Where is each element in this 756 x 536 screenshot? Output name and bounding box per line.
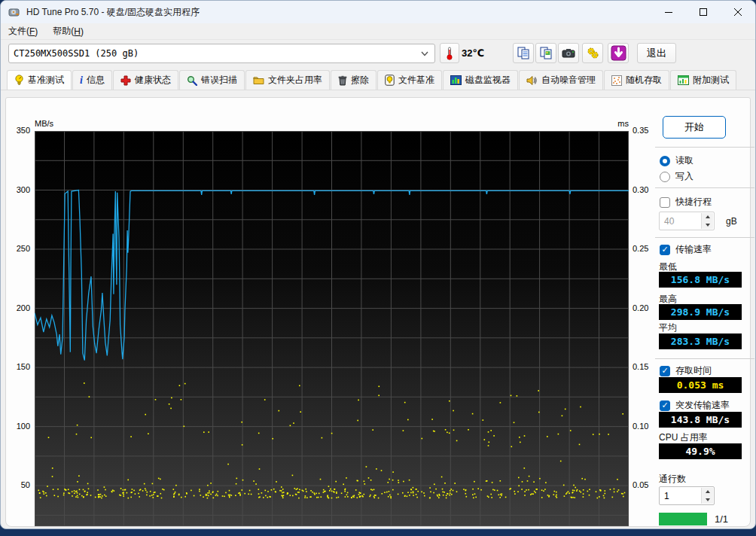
short-stroke-checkbox[interactable]: 快捷行程 — [660, 196, 712, 209]
gears-icon — [587, 47, 599, 59]
left-axis-tick: 300 — [8, 185, 30, 194]
benchmark-chart — [35, 131, 629, 526]
app-window: HD Tune Pro 5.70 - 硬盘/固态硬盘实用程序 文件(F) 帮助(… — [0, 0, 756, 529]
progress-text: 1/1 — [715, 513, 728, 525]
window-title: HD Tune Pro 5.70 - 硬盘/固态硬盘实用程序 — [26, 6, 200, 19]
aam-speaker-icon — [526, 75, 538, 86]
avg-label: 平均 — [659, 321, 677, 334]
pass-count-up-button[interactable] — [701, 488, 713, 496]
tab-folder-usage[interactable]: 文件夹占用率 — [245, 70, 330, 90]
chevron-down-icon — [421, 51, 428, 56]
title-bar: HD Tune Pro 5.70 - 硬盘/固态硬盘实用程序 — [1, 1, 755, 23]
app-icon — [8, 6, 20, 18]
thermometer-icon — [445, 47, 454, 60]
read-radio[interactable]: 读取 — [660, 154, 694, 167]
right-axis-tick: 0.15 — [633, 362, 655, 371]
download-button[interactable] — [608, 43, 629, 63]
right-axis-tick: 0.35 — [633, 126, 655, 135]
short-stroke-checkbox-box[interactable] — [660, 197, 670, 208]
progress-bar — [659, 513, 707, 525]
tab-file-benchmark[interactable]: 文件基准 — [377, 70, 442, 90]
right-axis-tick: 0.05 — [633, 480, 655, 489]
temperature-button[interactable] — [440, 43, 459, 63]
tab-erase[interactable]: 擦除 — [331, 70, 376, 90]
transfer-rate-checkbox-box[interactable]: ✓ — [660, 245, 670, 255]
screenshot-button[interactable] — [558, 43, 579, 63]
cpu-usage-display: 49.9% — [659, 443, 742, 459]
health-icon — [120, 75, 131, 86]
left-axis-unit: MB/s — [35, 119, 53, 128]
screenshot-icon — [562, 47, 575, 59]
benchmark-icon — [14, 75, 24, 86]
disk-monitor-icon — [450, 75, 462, 85]
pass-count-label: 通行数 — [659, 473, 686, 486]
tab-strip: 基准测试 i 信息 健康状态 错误扫描 — [1, 70, 755, 90]
error-scan-icon — [187, 75, 197, 86]
start-button[interactable]: 开始 — [663, 116, 726, 139]
file-benchmark-icon — [385, 75, 395, 86]
right-axis-unit: ms — [606, 119, 629, 128]
random-access-icon — [611, 75, 622, 86]
capacity-unit-label: gB — [726, 216, 737, 227]
left-axis-tick: 200 — [8, 303, 30, 312]
capacity-spinner[interactable]: 40 — [659, 212, 715, 230]
access-time-display: 0.053 ms — [659, 377, 742, 393]
capacity-up-button[interactable] — [701, 213, 713, 221]
folder-usage-icon — [253, 75, 264, 85]
right-axis-tick: 0.10 — [633, 422, 655, 431]
burst-rate-checkbox-box[interactable]: ✓ — [660, 400, 670, 411]
burst-rate-checkbox[interactable]: ✓ 突发传输速率 — [660, 399, 730, 412]
pass-count-down-button[interactable] — [701, 496, 713, 504]
benchmark-panel: MB/s ms 35030025020015010050 0.350.300.2… — [5, 97, 751, 527]
left-axis-tick: 350 — [8, 126, 30, 135]
right-axis-tick: 0.25 — [633, 244, 655, 253]
tab-error-scan[interactable]: 错误扫描 — [179, 70, 245, 90]
capacity-down-button[interactable] — [701, 221, 713, 230]
left-axis-tick: 100 — [8, 422, 30, 431]
right-axis-tick: 0.20 — [633, 303, 655, 312]
write-radio-circle[interactable] — [660, 172, 670, 182]
options-button[interactable] — [582, 43, 603, 63]
menu-bar: 文件(F) 帮助(H) — [1, 23, 755, 40]
access-time-checkbox-box[interactable]: ✓ — [660, 366, 670, 376]
tab-extra-tests[interactable]: 附加测试 — [670, 70, 736, 90]
avg-value-display: 283.3 MB/s — [659, 333, 742, 349]
info-icon: i — [80, 75, 83, 86]
tab-random-access[interactable]: 随机存取 — [604, 70, 669, 90]
right-axis-tick: 0.30 — [633, 185, 655, 194]
exit-button-label: 退出 — [647, 47, 666, 60]
exit-button[interactable]: 退出 — [637, 43, 676, 63]
minimize-button[interactable] — [651, 1, 686, 23]
cpu-usage-label: CPU 占用率 — [659, 431, 708, 444]
extra-tests-icon — [678, 75, 689, 85]
write-radio[interactable]: 写入 — [660, 170, 694, 183]
copy-icon — [517, 47, 530, 59]
read-radio-circle[interactable] — [660, 156, 670, 166]
temperature-value: 32℃ — [462, 47, 484, 59]
transfer-rate-checkbox[interactable]: ✓ 传输速率 — [660, 243, 712, 256]
pass-count-spinner[interactable]: 1 — [659, 486, 715, 505]
max-value-display: 298.9 MB/s — [659, 304, 742, 320]
download-icon — [611, 45, 626, 61]
menu-file[interactable]: 文件(F) — [1, 23, 45, 39]
close-button[interactable] — [721, 1, 755, 23]
drive-select[interactable]: CT250MX500SSD1 (250 gB) — [8, 44, 435, 63]
copy-image-icon — [540, 47, 553, 59]
tab-disk-monitor[interactable]: 磁盘监视器 — [443, 70, 518, 90]
copy-button[interactable] — [513, 43, 534, 63]
toolbar: CT250MX500SSD1 (250 gB) 32℃ — [1, 40, 755, 70]
left-axis-tick: 150 — [8, 362, 30, 371]
left-axis-tick: 50 — [8, 480, 30, 489]
tab-aam[interactable]: 自动噪音管理 — [519, 70, 603, 90]
drive-select-value: CT250MX500SSD1 (250 gB) — [14, 48, 139, 59]
erase-icon — [338, 75, 347, 86]
tab-benchmark[interactable]: 基准测试 — [7, 70, 72, 90]
access-time-checkbox[interactable]: ✓ 存取时间 — [660, 364, 712, 377]
copy-image-button[interactable] — [535, 43, 556, 63]
maximize-button[interactable] — [686, 1, 721, 23]
menu-help[interactable]: 帮助(H) — [45, 23, 91, 39]
tab-health[interactable]: 健康状态 — [113, 70, 178, 90]
min-value-display: 156.8 MB/s — [659, 272, 742, 288]
tab-info[interactable]: i 信息 — [72, 70, 112, 90]
burst-rate-display: 143.8 MB/s — [659, 412, 742, 428]
